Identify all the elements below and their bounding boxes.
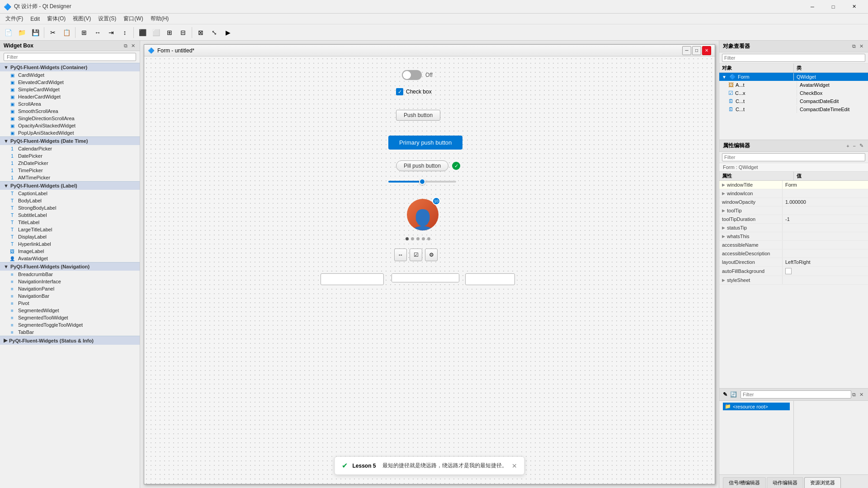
list-item[interactable]: ▣HeaderCardWidget: [0, 93, 140, 100]
close-button[interactable]: ✕: [844, 0, 864, 14]
list-item[interactable]: TLargeTitleLabel: [0, 226, 140, 233]
list-item[interactable]: ▣SmoothScrollArea: [0, 108, 140, 115]
list-item[interactable]: TTitleLabel: [0, 219, 140, 226]
toolbar-mode-widget[interactable]: ⊞: [78, 26, 90, 39]
maximize-button[interactable]: □: [823, 0, 844, 14]
list-item[interactable]: ≡TabBar: [0, 328, 140, 336]
prop-name-windowtitle[interactable]: ▶ windowTitle: [719, 181, 783, 189]
dot-4[interactable]: [427, 237, 430, 240]
list-item[interactable]: 1DatePicker: [0, 152, 140, 160]
list-item[interactable]: ▣CardWidget: [0, 71, 140, 79]
object-inspector-detach[interactable]: ⧉: [851, 43, 857, 49]
resource-filter-input[interactable]: [741, 390, 851, 399]
menu-window[interactable]: 窗口(W): [120, 14, 146, 23]
toolbar-mode-buddy[interactable]: ↕: [118, 26, 131, 39]
toolbar-cut[interactable]: ✂: [47, 26, 59, 39]
list-item[interactable]: 1CalendarPicker: [0, 145, 140, 152]
prop-name-tooltip[interactable]: ▶ toolTip: [719, 206, 783, 215]
prop-name-stylesheet[interactable]: ▶ styleSheet: [719, 276, 783, 284]
toolbar-mode-tab[interactable]: ⇥: [105, 26, 118, 39]
list-item[interactable]: ▣ElevatedCardWidget: [0, 79, 140, 86]
toolbar-open[interactable]: 📁: [15, 26, 28, 39]
widget-group-datetime[interactable]: ▼ PyQt-Fluent-Widgets (Date Time): [0, 136, 140, 145]
list-item[interactable]: ≡SegmentedToggleToolWidget: [0, 321, 140, 328]
list-item[interactable]: ▣OpacityAniStackedWidget: [0, 122, 140, 129]
datetime-input[interactable]: 2000/1/1 0:00 ▲ ▼: [321, 273, 384, 285]
list-item[interactable]: ≡NavigationBar: [0, 292, 140, 300]
toolbar-copy[interactable]: 📋: [60, 26, 73, 39]
list-item[interactable]: ≡SegmentedWidget: [0, 307, 140, 314]
tree-item[interactable]: 🗓 C...t CompactDateTimeEdit: [719, 105, 868, 113]
menu-view[interactable]: 视图(V): [69, 14, 94, 23]
list-item[interactable]: ▣SingleDirectionScrollArea: [0, 115, 140, 122]
prop-value-layoutdir[interactable]: LeftToRight: [783, 258, 868, 266]
prop-value-accessiblename[interactable]: [783, 241, 868, 249]
notif-close-button[interactable]: ✕: [512, 462, 517, 469]
list-item[interactable]: ≡BreadcrumbBar: [0, 271, 140, 278]
menu-edit[interactable]: Edit: [27, 15, 43, 23]
toolbar-layout-h[interactable]: ⬛: [136, 26, 149, 39]
primary-push-button[interactable]: Primary push button: [388, 136, 462, 150]
list-item[interactable]: ≡Pivot: [0, 300, 140, 307]
widget-box-filter[interactable]: [4, 53, 136, 61]
prop-name-windowicon[interactable]: ▶ windowIcon: [719, 189, 783, 197]
list-item[interactable]: 👤AvatarWidget: [0, 255, 140, 262]
avatar-widget[interactable]: 👤 10: [407, 199, 439, 230]
datetime-text[interactable]: 2000/1/1 0:00: [321, 275, 384, 283]
push-button[interactable]: Push button: [396, 110, 440, 121]
list-item[interactable]: 1AMTimePicker: [0, 174, 140, 181]
resource-refresh-icon[interactable]: 🔄: [730, 391, 737, 398]
list-item[interactable]: ≡SegmentedToolWidget: [0, 314, 140, 321]
widget-group-label[interactable]: ▼ PyQt-Fluent-Widgets (Label): [0, 181, 140, 190]
list-item[interactable]: ▣PopUpAniStackedWidget: [0, 129, 140, 136]
toolbar-adjust-size[interactable]: ⤡: [208, 26, 221, 39]
tab-signal-editor[interactable]: 信号/槽编辑器: [723, 477, 766, 488]
toolbar-layout-grid[interactable]: ⊞: [163, 26, 176, 39]
toolbar-layout-v[interactable]: ⬜: [150, 26, 162, 39]
menu-settings[interactable]: 设置(S): [94, 14, 120, 23]
tree-expand-form[interactable]: ▼: [722, 75, 727, 80]
prop-name-statustip[interactable]: ▶ statusTip: [719, 224, 783, 232]
resource-detach[interactable]: ⧉: [851, 392, 857, 398]
small-btn-check[interactable]: ☑: [410, 249, 422, 261]
list-item[interactable]: ≡NavigationInterface: [0, 278, 140, 285]
toggle-track[interactable]: [402, 70, 422, 80]
prop-value-windowtitle[interactable]: Form: [783, 181, 868, 189]
prop-remove-btn[interactable]: −: [852, 143, 857, 149]
prop-name-whatsthistip[interactable]: ▶ whatsThis: [719, 232, 783, 240]
tree-item[interactable]: ▼ 🔷 Form QWidget: [719, 73, 868, 81]
prop-value-tooltip[interactable]: [783, 206, 868, 215]
dot-2[interactable]: [416, 237, 420, 240]
widget-box-close[interactable]: ✕: [130, 43, 136, 49]
dot-1[interactable]: [411, 237, 414, 240]
widget-box-detach[interactable]: ⧉: [123, 43, 128, 49]
form-canvas[interactable]: Off ✓ Check box Push button Primary push…: [144, 56, 715, 484]
prop-value-tooltipduration[interactable]: -1: [783, 215, 868, 223]
prop-value-whatsthistip[interactable]: [783, 232, 868, 240]
dot-0[interactable]: [406, 237, 409, 240]
pill-button[interactable]: Pill push button: [396, 160, 448, 171]
date-input-2[interactable]: 2000/1/1 ▲ ▼: [465, 273, 515, 285]
resource-item[interactable]: 📁 <resource root>: [723, 403, 790, 410]
tree-item[interactable]: 🗓 C...t CompactDateEdit: [719, 97, 868, 105]
menu-form[interactable]: 窗体(O): [43, 14, 69, 23]
list-item[interactable]: 1TimePicker: [0, 167, 140, 174]
toolbar-preview[interactable]: ▶: [222, 26, 234, 39]
autofill-checkbox[interactable]: [785, 268, 792, 274]
widget-group-container[interactable]: ▼ PyQt-Fluent-Widgets (Container): [0, 63, 140, 71]
password-field[interactable]: ••••••: [392, 274, 459, 282]
tab-resource-browser[interactable]: 资源浏览器: [804, 477, 841, 488]
list-item[interactable]: TStrongBodyLabel: [0, 204, 140, 211]
dot-3[interactable]: [422, 237, 425, 240]
list-item[interactable]: TSubtitleLabel: [0, 211, 140, 219]
minimize-button[interactable]: ─: [802, 0, 823, 14]
slider-widget[interactable]: [388, 181, 456, 183]
prop-value-windowicon[interactable]: [783, 189, 868, 197]
tree-item[interactable]: ☑ C...x CheckBox: [719, 89, 868, 97]
toolbar-layout-form[interactable]: ⊟: [177, 26, 189, 39]
password-input-widget[interactable]: •••••• 👁: [392, 273, 459, 282]
prop-value-windowopacity[interactable]: 1.000000: [783, 198, 868, 206]
form-minimize[interactable]: ─: [682, 46, 691, 55]
list-item[interactable]: THyperlinkLabel: [0, 240, 140, 248]
widget-group-navigation[interactable]: ▼ PyQt-Fluent-Widgets (Navigation): [0, 262, 140, 271]
